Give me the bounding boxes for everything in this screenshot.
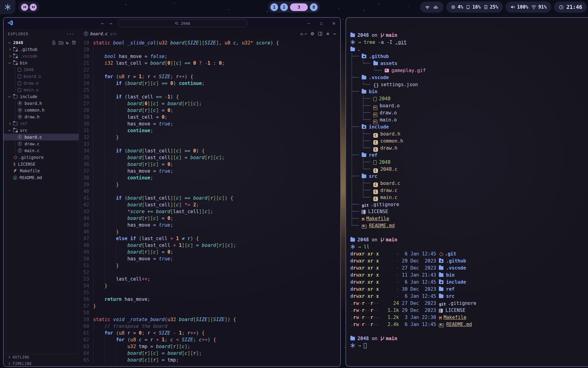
close-button[interactable]: ×	[332, 20, 336, 26]
explorer-item-.github[interactable]: .github	[4, 46, 79, 53]
explorer-item-LICENSE[interactable]: §LICENSE	[4, 161, 79, 167]
refresh-icon[interactable]: ↻	[66, 40, 69, 45]
connectivity-pill[interactable]	[420, 2, 443, 13]
line-number-gutter: 1819202122232425262728293031323334353637…	[79, 40, 93, 367]
media-next-button[interactable]	[30, 4, 37, 11]
workspace-3[interactable]: 3	[290, 3, 308, 11]
explorer-item-common.h[interactable]: Hcommon.h	[4, 107, 79, 113]
explorer-item-include[interactable]: include	[4, 93, 79, 100]
explorer-item-src[interactable]: src	[4, 127, 79, 134]
terminal-line: │ ├── Ccommon.h	[350, 138, 588, 145]
nav-back-button[interactable]: ←	[101, 20, 104, 26]
folder-icon	[350, 238, 355, 242]
editor-titlebar[interactable]: ← → 2048 − □ ×	[4, 18, 340, 29]
run-button[interactable]: ▷	[301, 31, 303, 36]
run-dropdown-icon[interactable]	[305, 32, 307, 34]
tab-board-c[interactable]: C board.c src	[79, 29, 122, 39]
terminal-window[interactable]: 2048 on main→ tree -a -I .git.├── .githu…	[345, 17, 588, 367]
editor-more-icon[interactable]: ⋯	[334, 31, 336, 36]
explorer-item-.gitignore[interactable]: .gitignore	[4, 154, 79, 161]
collapse-all-icon[interactable]	[71, 40, 76, 45]
terminal-line: drwxr-xr-x - 30 Dec 2023 ref	[350, 286, 588, 293]
maximize-button[interactable]: □	[319, 21, 323, 25]
line-number: 50	[79, 255, 89, 262]
close-editor-icon[interactable]: ×	[326, 31, 329, 37]
nix-logo-icon	[5, 4, 11, 10]
code-line: board[last_cell + 1][c] = board[r][c];	[93, 242, 340, 249]
explorer-item-main.o[interactable]: main.o	[4, 86, 79, 93]
explorer-item-ref[interactable]: ref	[4, 120, 79, 127]
folder-dot-icon	[439, 259, 443, 263]
timeline-panel[interactable]: TIMELINE	[4, 360, 79, 367]
line-number: 35	[79, 154, 89, 161]
code-line: for (u8 r = 1; r < SIZE; r++) {	[93, 73, 340, 80]
top-bar: 1238 4% 16% 25% 100% 91% 21:46	[0, 0, 588, 14]
volume-network-pill[interactable]: 100% 91%	[506, 2, 551, 13]
chevron-right-icon	[8, 122, 11, 125]
explorer-item-draw.h[interactable]: Hdraw.h	[4, 113, 79, 120]
clock-pill[interactable]: 21:46	[554, 2, 587, 13]
explorer-item-board.h[interactable]: Hboard.h	[4, 100, 79, 107]
nav-forward-button[interactable]: →	[109, 20, 112, 26]
explorer-item-README.md[interactable]: iREADME.md	[4, 174, 79, 181]
explorer-item-bin[interactable]: bin	[4, 59, 79, 66]
code-line: for (u8 r = 0; r < SIZE - 1; r++) {	[93, 330, 340, 336]
explorer-item-2048[interactable]: 2048	[4, 66, 79, 73]
command-search-box[interactable]: 2048	[118, 19, 247, 27]
code-area[interactable]: 1819202122232425262728293031323334353637…	[79, 39, 340, 367]
terminal-line: │ ├── Cboard.h	[350, 131, 588, 138]
file-label: LICENSE	[18, 162, 36, 167]
chevron-down-icon	[8, 129, 11, 131]
code-line: board[r][c] = 0;	[93, 107, 340, 114]
wifi-strength: 91%	[538, 4, 547, 10]
cb-icon: C	[373, 190, 378, 194]
explorer-item-main.c[interactable]: Cmain.c	[4, 147, 79, 154]
terminal-line: →	[350, 342, 588, 349]
memory-usage: 16%	[472, 4, 481, 10]
new-file-icon[interactable]	[52, 40, 56, 45]
outline-panel[interactable]: OUTLINE	[4, 354, 79, 360]
media-prev-button[interactable]	[21, 4, 28, 11]
explorer-item-Makefile[interactable]: Makefile	[4, 167, 79, 174]
workspace-8[interactable]: 8	[310, 3, 318, 11]
file-label: draw.o	[24, 81, 39, 86]
code-line: board[r][c] = board[c][r];	[93, 350, 340, 357]
code-line	[93, 289, 340, 296]
code-line: if (board[last_cell][c] == board[r][c]) …	[93, 195, 340, 201]
system-stats-pill: 4% 16% 25%	[446, 2, 503, 13]
code-line: last_cell = 0;	[93, 114, 340, 121]
code-line: }	[93, 181, 340, 188]
terminal-line: │ └── Cmain.c	[350, 194, 588, 201]
line-number: 30	[79, 121, 89, 127]
line-number: 65	[79, 357, 89, 363]
line-number: 33	[79, 141, 89, 148]
line-number: 41	[79, 195, 89, 201]
settings-gear-icon[interactable]: ⚙	[311, 31, 315, 36]
launcher-button[interactable]	[0, 0, 15, 14]
explorer-item-draw.o[interactable]: draw.o	[4, 80, 79, 86]
folder-gh-icon	[13, 48, 17, 51]
cloud-icon	[433, 5, 439, 9]
workspace-2[interactable]: 2	[280, 3, 288, 11]
explorer-item-draw.c[interactable]: Cdraw.c	[4, 140, 79, 147]
explorer-root-folder[interactable]: 2048 ↻	[4, 39, 79, 46]
file-label: Makefile	[20, 168, 40, 173]
explorer-more-icon[interactable]: ···	[66, 31, 74, 37]
minimize-button[interactable]: −	[307, 21, 311, 26]
new-folder-icon[interactable]	[59, 40, 63, 45]
terminal-line: │ ├── Cdraw.c	[350, 187, 588, 194]
line-number: 63	[79, 343, 89, 350]
workspace-1[interactable]: 1	[270, 3, 278, 11]
tab-file-name: board.c	[90, 31, 108, 36]
file-label: main.c	[24, 148, 40, 153]
file-label: 2048	[24, 67, 34, 72]
explorer-item-board.c[interactable]: Cboard.c	[4, 134, 79, 140]
explorer-item-board.o[interactable]: board.o	[4, 73, 79, 80]
code-line: board[r][c] = 0;	[93, 215, 340, 222]
terminal-line: └── M↓README.md	[350, 222, 588, 229]
line-number: 39	[79, 181, 89, 188]
file-label: ref	[20, 121, 27, 126]
line-number: 64	[79, 350, 89, 357]
explorer-item-.vscode[interactable]: .vscode	[4, 53, 79, 59]
split-editor-icon[interactable]	[318, 32, 322, 36]
